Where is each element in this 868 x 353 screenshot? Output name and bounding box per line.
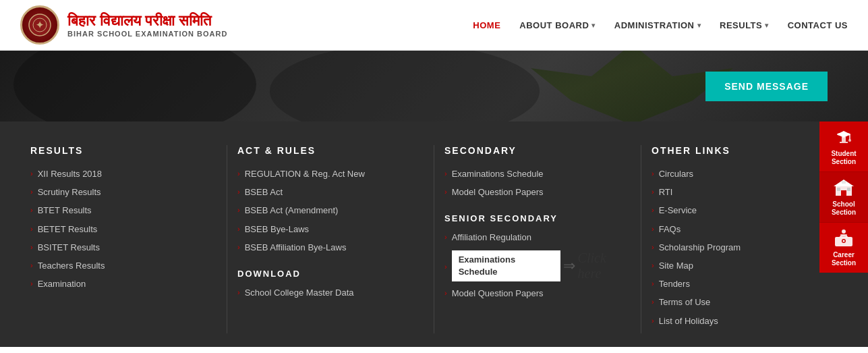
highlighted-exam-schedule[interactable]: Examinations Schedule — [452, 250, 560, 281]
svg-rect-11 — [841, 190, 846, 196]
list-item: › Examination — [30, 278, 216, 290]
logo-hindi-text: बिहार विद्यालय परीक्षा समिति — [67, 12, 227, 30]
list-item: › E-Service — [652, 205, 838, 217]
chevron-icon: › — [30, 261, 33, 269]
chevron-icon: › — [444, 289, 447, 297]
list-item: › BSEB Bye-Laws — [237, 223, 424, 236]
nav-contact[interactable]: CONTACT US — [788, 20, 848, 30]
svg-rect-6 — [840, 142, 848, 143]
chevron-icon: › — [652, 261, 654, 269]
highlighted-row: Examinations Schedule ⇒ Click here — [452, 250, 631, 281]
results-dropdown-arrow: ▾ — [765, 22, 769, 29]
school-section-card[interactable]: School Section — [819, 172, 868, 223]
secondary-exams-link[interactable]: Examinations Schedule — [452, 168, 544, 180]
hero-banner: SEND MESSAGE — [0, 51, 868, 121]
act-rules-column: ACT & RULES › REGULATION & Reg. Act New … — [227, 145, 434, 333]
tenders-link[interactable]: Tenders — [659, 278, 690, 290]
chevron-icon: › — [237, 188, 240, 196]
terms-link[interactable]: Terms of Use — [659, 296, 711, 308]
school-icon — [830, 178, 857, 198]
other-links-list: › Circulars › RTI › E-Service › FAQs › S… — [652, 168, 838, 327]
list-item: › Tenders — [652, 278, 838, 290]
svg-marker-4 — [837, 131, 850, 138]
list-item: › List of Holidays — [652, 315, 838, 327]
results-betet-link[interactable]: BETET Results — [38, 223, 98, 236]
list-item: › Model Question Papers — [444, 186, 631, 198]
chevron-icon: › — [444, 188, 447, 196]
act-bseb-amendment-link[interactable]: BSEB Act (Amendment) — [245, 205, 339, 217]
svg-rect-14 — [842, 181, 846, 184]
nav-results[interactable]: RESULTS ▾ — [720, 20, 769, 30]
download-school-college-link[interactable]: School College Master Data — [245, 287, 354, 299]
send-message-button[interactable]: SEND MESSAGE — [705, 72, 828, 101]
career-icon — [830, 228, 857, 248]
faqs-link[interactable]: FAQs — [659, 223, 681, 236]
list-item: › Terms of Use — [652, 296, 838, 308]
circulars-link[interactable]: Circulars — [659, 168, 693, 180]
list-item: › XII Results 2018 — [30, 168, 216, 180]
list-item: › Examinations Schedule — [444, 168, 631, 180]
senior-affiliation-link[interactable]: Affiliation Regulation — [452, 232, 531, 244]
list-item: › Scholarship Program — [652, 242, 838, 254]
other-links-title: OTHER LINKS — [652, 145, 838, 156]
main-nav: HOME ABOUT BOARD ▾ ADMINISTRATION ▾ RESU… — [473, 20, 848, 30]
chevron-icon: › — [30, 206, 33, 214]
nav-administration[interactable]: ADMINISTRATION ▾ — [614, 20, 701, 30]
chevron-icon: › — [652, 298, 654, 306]
highlighted-list-item: › Examinations Schedule ⇒ Click here — [444, 250, 631, 281]
list-item: › Affiliation Regulation — [444, 232, 631, 244]
content-section: RESULTS › XII Results 2018 › Scrutiny Re… — [0, 121, 868, 347]
svg-point-18 — [843, 240, 845, 242]
secondary-title: SECONDARY — [444, 145, 631, 156]
list-item: › Scrutiny Results — [30, 186, 216, 198]
chevron-icon: › — [652, 206, 654, 214]
results-column: RESULTS › XII Results 2018 › Scrutiny Re… — [20, 145, 227, 333]
student-section-label: Student Section — [831, 150, 856, 166]
senior-secondary-subtitle: SENIOR SECONDARY — [444, 213, 631, 223]
rti-link[interactable]: RTI — [659, 186, 673, 198]
results-bsitet-link[interactable]: BSITET Results — [38, 242, 100, 254]
results-list: › XII Results 2018 › Scrutiny Results › … — [30, 168, 216, 290]
right-sidebar: Student Section School Section — [819, 121, 868, 273]
school-section-label: School Section — [832, 200, 856, 217]
act-affiliation-link[interactable]: BSEB Affiliation Bye-Laws — [245, 242, 347, 254]
results-btet-link[interactable]: BTET Results — [38, 205, 92, 217]
nav-about[interactable]: ABOUT BOARD ▾ — [519, 20, 596, 30]
senior-model-q-link[interactable]: Model Question Papers — [452, 288, 544, 300]
arrow-right-icon: ⇒ — [563, 257, 575, 275]
chevron-icon: › — [30, 279, 33, 288]
chevron-icon: › — [237, 243, 240, 251]
results-scrutiny-link[interactable]: Scrutiny Results — [38, 186, 101, 198]
header: ✦ बिहार विद्यालय परीक्षा समिति BIHAR SCH… — [0, 0, 868, 51]
secondary-model-q-link[interactable]: Model Question Papers — [452, 186, 544, 198]
logo-icon: ✦ — [20, 5, 59, 45]
admin-dropdown-arrow: ▾ — [697, 22, 701, 29]
act-byelaws-link[interactable]: BSEB Bye-Laws — [245, 223, 309, 236]
results-column-title: RESULTS — [30, 145, 216, 156]
svg-point-8 — [848, 139, 851, 142]
list-item: › FAQs — [652, 223, 838, 236]
list-item: › BSITET Results — [30, 242, 216, 254]
results-teachers-link[interactable]: Teachers Results — [38, 260, 105, 272]
list-item: › Teachers Results — [30, 260, 216, 272]
student-section-card[interactable]: Student Section — [819, 121, 868, 172]
logo-english-text: BIHAR SCHOOL EXAMINATION BOARD — [67, 30, 227, 38]
act-bseb-link[interactable]: BSEB Act — [245, 186, 283, 198]
list-item: › BTET Results — [30, 205, 216, 217]
results-examination-link[interactable]: Examination — [38, 278, 86, 290]
career-section-label: Career Section — [832, 251, 856, 267]
holidays-link[interactable]: List of Holidays — [659, 315, 718, 327]
chevron-icon: › — [652, 169, 654, 178]
results-xii-link[interactable]: XII Results 2018 — [38, 168, 102, 180]
eservice-link[interactable]: E-Service — [659, 205, 697, 217]
act-regulation-link[interactable]: REGULATION & Reg. Act New — [245, 168, 365, 180]
logo-text: बिहार विद्यालय परीक्षा समिति BIHAR SCHOO… — [67, 12, 227, 38]
sitemap-link[interactable]: Site Map — [659, 260, 693, 272]
other-links-column: OTHER LINKS › Circulars › RTI › E-Servic… — [641, 145, 848, 333]
nav-home[interactable]: HOME — [473, 20, 500, 30]
senior-exams-link[interactable]: Examinations Schedule — [459, 254, 554, 278]
scholarship-link[interactable]: Scholarship Program — [659, 242, 741, 254]
act-rules-list: › REGULATION & Reg. Act New › BSEB Act ›… — [237, 168, 424, 254]
chevron-icon: › — [652, 243, 654, 251]
career-section-card[interactable]: Career Section — [819, 223, 868, 273]
